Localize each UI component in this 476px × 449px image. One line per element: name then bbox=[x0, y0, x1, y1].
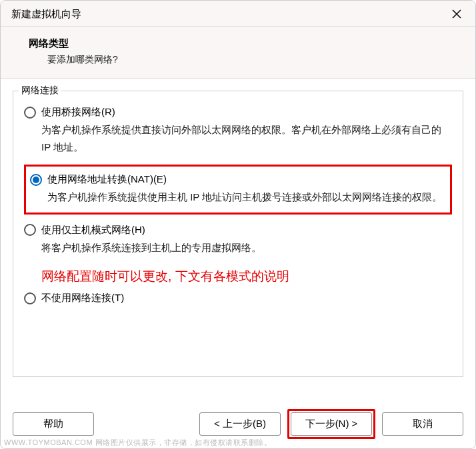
option-hostonly: 使用仅主机模式网络(H) 将客户机操作系统连接到主机上的专用虚拟网络。 bbox=[24, 224, 452, 256]
content-area: 网络连接 使用桥接网络(R) 为客户机操作系统提供直接访问外部以太网网络的权限。… bbox=[1, 79, 475, 402]
annotation-text: 网络配置随时可以更改, 下文有各模式的说明 bbox=[41, 268, 452, 285]
footer-left: 帮助 bbox=[13, 412, 94, 436]
cancel-button[interactable]: 取消 bbox=[382, 412, 463, 436]
radio-label-none[interactable]: 不使用网络连接(T) bbox=[41, 292, 124, 304]
radio-label-hostonly[interactable]: 使用仅主机模式网络(H) bbox=[41, 224, 145, 236]
watermark: WWW.TOYMOBAN.COM 网络图片仅供展示，非存储，如有侵权请联系删除。 bbox=[4, 438, 271, 448]
close-button[interactable] bbox=[449, 6, 465, 22]
next-button[interactable]: 下一步(N) > bbox=[291, 412, 372, 436]
radio-row-none[interactable]: 不使用网络连接(T) bbox=[24, 292, 452, 304]
network-fieldset: 网络连接 使用桥接网络(R) 为客户机操作系统提供直接访问外部以太网网络的权限。… bbox=[13, 91, 463, 377]
option-none: 不使用网络连接(T) bbox=[24, 292, 452, 304]
back-button[interactable]: < 上一步(B) bbox=[199, 412, 281, 436]
highlight-nat: 使用网络地址转换(NAT)(E) 为客户机操作系统提供使用主机 IP 地址访问主… bbox=[24, 165, 452, 215]
page-subtitle: 要添加哪类网络? bbox=[47, 54, 462, 66]
close-icon bbox=[452, 9, 461, 19]
option-bridged: 使用桥接网络(R) 为客户机操作系统提供直接访问外部以太网网络的权限。客户机在外… bbox=[24, 106, 452, 155]
radio-bridged[interactable] bbox=[24, 107, 36, 119]
wizard-window: 新建虚拟机向导 网络类型 要添加哪类网络? 网络连接 使用桥接网络(R) 为客户… bbox=[0, 0, 476, 449]
wizard-header: 网络类型 要添加哪类网络? bbox=[1, 27, 475, 79]
option-nat: 使用网络地址转换(NAT)(E) 为客户机操作系统提供使用主机 IP 地址访问主… bbox=[30, 173, 445, 206]
highlight-next: 下一步(N) > bbox=[287, 409, 375, 439]
desc-bridged: 为客户机操作系统提供直接访问外部以太网网络的权限。客户机在外部网络上必须有自己的… bbox=[41, 121, 452, 155]
radio-label-nat[interactable]: 使用网络地址转换(NAT)(E) bbox=[47, 173, 167, 186]
fieldset-legend: 网络连接 bbox=[19, 85, 61, 97]
radio-label-bridged[interactable]: 使用桥接网络(R) bbox=[41, 106, 115, 119]
window-title: 新建虚拟机向导 bbox=[11, 8, 81, 21]
titlebar: 新建虚拟机向导 bbox=[1, 1, 475, 27]
radio-nat[interactable] bbox=[30, 174, 42, 186]
desc-nat: 为客户机操作系统提供使用主机 IP 地址访问主机拨号连接或外部以太网网络连接的权… bbox=[47, 189, 445, 206]
radio-row-nat[interactable]: 使用网络地址转换(NAT)(E) bbox=[30, 173, 445, 186]
footer-right: < 上一步(B) 下一步(N) > 取消 bbox=[199, 409, 463, 439]
radio-row-bridged[interactable]: 使用桥接网络(R) bbox=[24, 106, 452, 119]
radio-none[interactable] bbox=[24, 292, 36, 304]
help-button[interactable]: 帮助 bbox=[13, 412, 94, 436]
radio-hostonly[interactable] bbox=[24, 224, 36, 236]
radio-row-hostonly[interactable]: 使用仅主机模式网络(H) bbox=[24, 224, 452, 236]
desc-hostonly: 将客户机操作系统连接到主机上的专用虚拟网络。 bbox=[41, 239, 452, 256]
page-title: 网络类型 bbox=[29, 37, 462, 50]
